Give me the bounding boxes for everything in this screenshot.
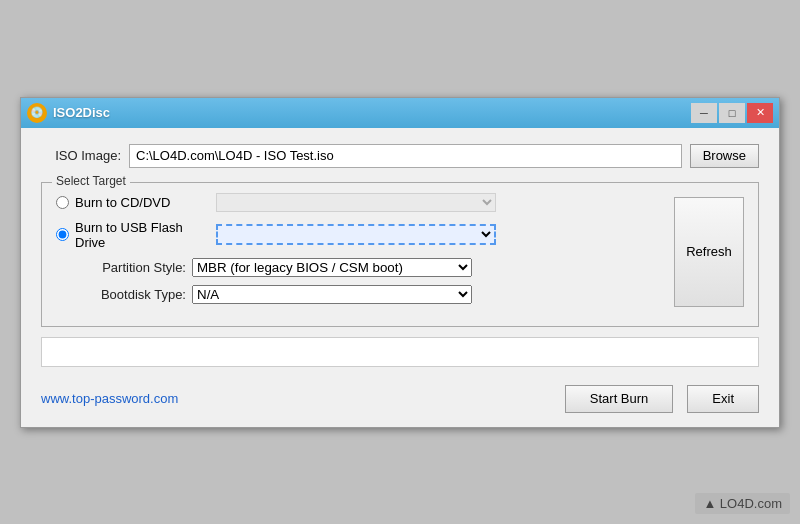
progress-area [41,337,759,367]
bootdisk-label: Bootdisk Type: [66,287,186,302]
target-fields: Burn to CD/DVD Burn to USB Flash Drive [56,193,664,312]
target-group: Select Target Burn to CD/DVD [41,182,759,327]
watermark: ▲ LO4D.com [695,493,790,514]
close-button[interactable]: ✕ [747,103,773,123]
usb-row: Burn to USB Flash Drive [56,220,664,250]
usb-radio[interactable] [56,228,69,241]
titlebar-controls: ─ □ ✕ [691,103,773,123]
titlebar: 💿 ISO2Disc ─ □ ✕ [21,98,779,128]
window-content: ISO Image: Browse Select Target Burn to … [21,128,779,427]
cd-dvd-radio-label: Burn to CD/DVD [56,195,216,210]
minimize-button[interactable]: ─ [691,103,717,123]
titlebar-left: 💿 ISO2Disc [27,103,110,123]
iso-label: ISO Image: [41,148,121,163]
cd-dvd-row: Burn to CD/DVD [56,193,664,212]
bootdisk-row: Bootdisk Type: N/A [66,285,664,304]
iso-image-row: ISO Image: Browse [41,144,759,168]
cd-dvd-label: Burn to CD/DVD [75,195,170,210]
website-link[interactable]: www.top-password.com [41,391,178,406]
partition-row: Partition Style: MBR (for legacy BIOS / … [66,258,664,277]
usb-label: Burn to USB Flash Drive [75,220,216,250]
cd-dvd-select[interactable] [216,193,496,212]
usb-radio-label: Burn to USB Flash Drive [56,220,216,250]
bootdisk-select[interactable]: N/A [192,285,472,304]
target-group-legend: Select Target [52,174,130,188]
bottom-bar: www.top-password.com Start Burn Exit [41,381,759,413]
exit-button[interactable]: Exit [687,385,759,413]
browse-button[interactable]: Browse [690,144,759,168]
partition-select[interactable]: MBR (for legacy BIOS / CSM boot) GPT (fo… [192,258,472,277]
refresh-button[interactable]: Refresh [674,197,744,307]
maximize-button[interactable]: □ [719,103,745,123]
cd-dvd-radio[interactable] [56,196,69,209]
usb-drive-select[interactable] [216,224,496,245]
iso-path-input[interactable] [129,144,682,168]
window-title: ISO2Disc [53,105,110,120]
bottom-buttons: Start Burn Exit [565,385,759,413]
app-icon: 💿 [27,103,47,123]
main-window: 💿 ISO2Disc ─ □ ✕ ISO Image: Browse Selec… [20,97,780,428]
start-burn-button[interactable]: Start Burn [565,385,674,413]
partition-label: Partition Style: [66,260,186,275]
